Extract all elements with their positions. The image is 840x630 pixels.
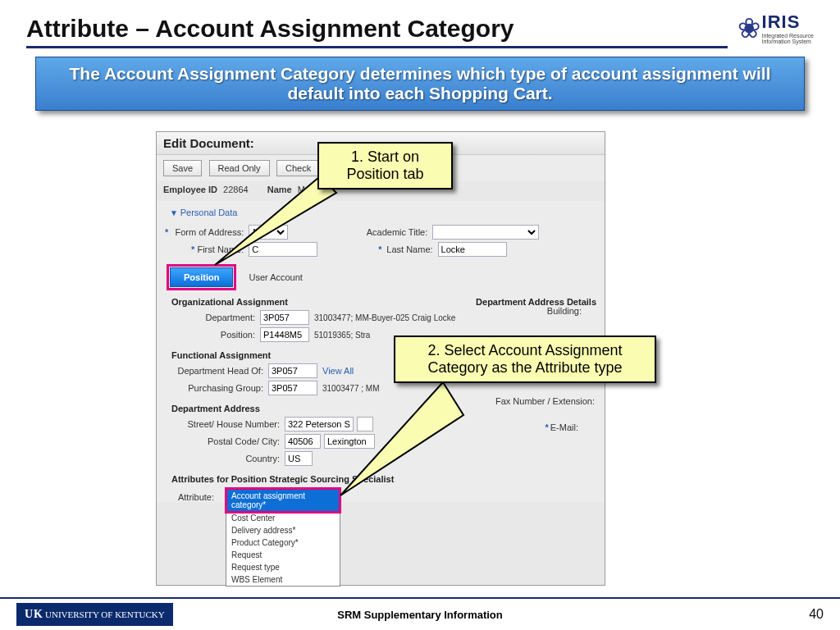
position-input[interactable] xyxy=(260,327,309,342)
fax-label: Fax Number / Extension: xyxy=(495,396,595,406)
dropdown-item-selected[interactable]: Account assignment category* xyxy=(226,489,340,512)
svg-marker-1 xyxy=(340,382,463,495)
footer-title: SRM Supplementary Information xyxy=(337,609,503,621)
position-desc: 51019365; Stra xyxy=(314,331,370,340)
email-label: *E-Mail: xyxy=(545,422,578,432)
check-button[interactable]: Check xyxy=(276,160,320,176)
required-icon: * xyxy=(191,244,194,254)
required-icon: * xyxy=(165,227,168,237)
department-label: Department: xyxy=(165,313,255,322)
postal-label: Postal Code/ City: xyxy=(165,436,280,446)
building-label: Building: xyxy=(547,306,582,316)
callout-step-2: 2. Select Account Assignment Category as… xyxy=(394,336,656,383)
tab-position[interactable]: Position xyxy=(170,267,233,287)
dept-head-input[interactable] xyxy=(268,363,317,378)
iris-logo: ❀ IRIS Integrated Resource Information S… xyxy=(737,11,814,44)
last-name-label: Last Name: xyxy=(384,244,433,254)
department-desc: 31003477; MM-Buyer-025 Craig Locke xyxy=(314,313,455,322)
department-input[interactable] xyxy=(260,310,309,325)
dropdown-item[interactable]: Delivery address* xyxy=(226,524,340,536)
academic-title-select[interactable] xyxy=(432,225,539,240)
emp-id-value: 22864 xyxy=(223,185,249,194)
dropdown-item[interactable]: WBS Element xyxy=(226,573,340,586)
uk-badge: UKUNIVERSITY OF KENTUCKY xyxy=(16,603,173,626)
dept-head-label: Department Head Of: xyxy=(165,366,263,376)
attribute-label: Attribute: xyxy=(165,492,214,502)
readonly-button[interactable]: Read Only xyxy=(209,160,270,176)
country-label: Country: xyxy=(165,454,280,463)
uk-prefix: UK xyxy=(25,608,43,620)
info-banner: The Account Assignment Category determin… xyxy=(35,57,805,111)
callout-step-1: 1. Start on Position tab xyxy=(317,142,453,189)
page-title: Attribute – Account Assignment Category xyxy=(26,15,728,48)
org-assignment-header: Organizational Assignment xyxy=(171,297,288,307)
required-icon: * xyxy=(378,244,381,254)
purchasing-group-label: Purchasing Group: xyxy=(165,383,263,393)
iris-flower-icon: ❀ xyxy=(737,11,760,44)
street-label: Street/ House Number: xyxy=(165,419,280,429)
page-number: 40 xyxy=(809,607,824,622)
country-input[interactable] xyxy=(285,451,313,466)
personal-data-toggle[interactable]: Personal Data xyxy=(165,206,605,222)
dropdown-item[interactable]: Cost Center xyxy=(226,512,340,524)
view-all-link[interactable]: View All xyxy=(322,366,354,376)
logo-text: IRIS xyxy=(762,11,814,33)
dropdown-item[interactable]: Request xyxy=(226,549,340,561)
save-button[interactable]: Save xyxy=(163,160,202,176)
last-name-input[interactable] xyxy=(438,242,507,257)
uk-text: UNIVERSITY OF KENTUCKY xyxy=(45,609,165,619)
form-address-label: Form of Address: xyxy=(170,227,244,237)
emp-id-label: Employee ID xyxy=(163,185,217,194)
purchasing-group-input[interactable] xyxy=(268,381,317,395)
logo-sub1: Integrated Resource xyxy=(762,33,814,39)
attribute-dropdown[interactable]: Account assignment category* Cost Center… xyxy=(226,488,340,587)
postal-input[interactable] xyxy=(285,434,321,449)
position-label: Position: xyxy=(165,330,255,340)
street-input[interactable] xyxy=(285,417,354,431)
logo-sub2: Information System xyxy=(762,39,814,44)
dropdown-item[interactable]: Product Category* xyxy=(226,536,340,549)
footer: UKUNIVERSITY OF KENTUCKY SRM Supplementa… xyxy=(0,597,840,630)
dropdown-item[interactable]: Request type xyxy=(226,561,340,573)
